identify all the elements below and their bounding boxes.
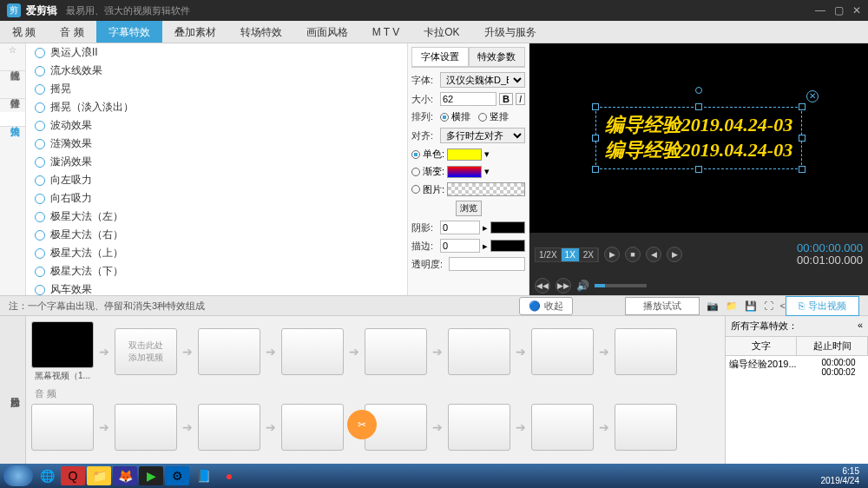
align-select[interactable]: 多行时左对齐 [440, 128, 525, 143]
effect-item[interactable]: 向左吸力 [26, 171, 407, 189]
tab-style[interactable]: 画面风格 [294, 21, 360, 43]
italic-button[interactable]: I [516, 93, 525, 105]
empty-audio-slot[interactable] [531, 404, 594, 451]
tab-upgrade[interactable]: 升级与服务 [472, 21, 549, 43]
prop-tab-fx[interactable]: 特效参数 [469, 47, 526, 67]
effect-item[interactable]: 涟漪效果 [26, 135, 407, 153]
empty-audio-slot[interactable] [198, 404, 260, 451]
effect-item[interactable]: 风车效果 [26, 280, 407, 295]
shadow-input[interactable] [440, 221, 480, 234]
empty-clip-slot[interactable] [448, 328, 510, 375]
clip-thumbnail[interactable] [31, 321, 94, 368]
empty-clip-slot[interactable] [281, 328, 344, 375]
empty-audio-slot[interactable] [115, 404, 177, 451]
export-button[interactable]: ⎘导出视频 [786, 296, 859, 316]
resize-handle[interactable] [695, 166, 702, 173]
arrange-h-radio[interactable] [440, 113, 449, 122]
start-button[interactable] [3, 465, 33, 486]
font-select[interactable]: 汉仪尖魏体D_B [440, 72, 525, 88]
speed-half[interactable]: 1/2X [536, 248, 562, 261]
ffwd-button[interactable]: ▶▶ [556, 278, 571, 293]
effect-item[interactable]: 波动效果 [26, 116, 407, 135]
resize-handle[interactable] [799, 135, 806, 142]
rotate-handle[interactable] [695, 87, 702, 94]
stop-button[interactable]: ■ [625, 247, 641, 262]
save-icon[interactable]: 💾 [745, 300, 757, 312]
color-solid-radio[interactable] [411, 150, 420, 159]
system-tray[interactable]: 6:152019/4/24 [821, 466, 865, 485]
volume-icon[interactable]: 🔊 [576, 280, 589, 292]
taskbar-ie-icon[interactable]: 🌐 [35, 466, 59, 485]
side-tab-appear[interactable]: 出现特效 [0, 56, 25, 71]
close-button[interactable]: ✕ [852, 4, 861, 16]
taskbar-firefox-icon[interactable]: 🦊 [113, 466, 137, 485]
empty-audio-slot[interactable] [31, 404, 94, 451]
gradient-swatch[interactable] [447, 166, 482, 178]
browse-button[interactable]: 浏览 [456, 201, 482, 216]
empty-audio-slot[interactable] [448, 404, 510, 451]
opacity-input[interactable] [449, 257, 525, 271]
preview-canvas[interactable]: ✕ 编导经验2019.04.24-03 编导经验2019.04.24-03 [529, 43, 868, 233]
col-time[interactable]: 起止时间 [797, 337, 868, 355]
taskbar-app-icon[interactable]: Q [61, 466, 85, 485]
collapse-icon[interactable]: « [858, 320, 863, 333]
col-text[interactable]: 文字 [726, 337, 797, 355]
text-bounding-box[interactable]: ✕ 编导经验2019.04.24-03 编导经验2019.04.24-03 [595, 107, 802, 168]
size-input[interactable] [440, 92, 496, 106]
taskbar-app-icon[interactable]: ⚙ [165, 466, 189, 485]
tab-audio[interactable]: 音 频 [48, 21, 95, 43]
effect-item[interactable]: 奥运人浪II [26, 43, 407, 62]
snapshot-icon[interactable]: 📷 [707, 300, 719, 312]
effect-item[interactable]: 极星大法（下） [26, 262, 407, 280]
effect-item[interactable]: 极星大法（上） [26, 244, 407, 262]
maximize-button[interactable]: ▢ [834, 4, 844, 16]
arrange-v-radio[interactable] [478, 113, 487, 122]
subtitle-row[interactable]: 编导经验2019... 00:00:0000:00:02 [726, 356, 868, 379]
speed-2x[interactable]: 2X [580, 248, 598, 261]
tab-transition[interactable]: 转场特效 [228, 21, 294, 43]
tab-video[interactable]: 视 频 [0, 21, 48, 43]
resize-handle[interactable] [592, 103, 599, 110]
empty-clip-slot[interactable] [531, 328, 594, 375]
dropdown-icon[interactable]: ▾ [484, 166, 490, 177]
collapse-button[interactable]: 🔵收起 [519, 297, 573, 315]
effect-item[interactable]: 极星大法（左） [26, 208, 407, 226]
taskbar-record-icon[interactable]: ● [217, 466, 241, 485]
effect-list[interactable]: 奥运人浪II 流水线效果 摇晃 摇晃（淡入淡出） 波动效果 涟漪效果 漩涡效果 … [26, 43, 408, 295]
color-image-radio[interactable] [411, 185, 420, 194]
empty-clip-slot[interactable] [615, 328, 677, 375]
taskbar-app-icon[interactable]: ▶ [139, 466, 163, 485]
play-button[interactable]: ▶ [604, 247, 620, 262]
prev-frame-button[interactable]: ◀ [646, 247, 661, 262]
dropdown-icon[interactable]: ▸ [483, 222, 488, 234]
tab-mtv[interactable]: M T V [360, 21, 412, 43]
play-preview-button[interactable]: 播放试试 [625, 297, 700, 315]
taskbar-app-icon[interactable]: 📁 [87, 466, 111, 485]
side-tab-disappear[interactable]: 消失特效 [0, 112, 25, 127]
effect-item[interactable]: 漩涡效果 [26, 153, 407, 171]
minimize-button[interactable]: — [815, 4, 825, 16]
cut-button[interactable]: ✂ [347, 410, 377, 439]
effect-item[interactable]: 流水线效果 [26, 62, 407, 80]
side-tab-stay[interactable]: 停留特效 [0, 84, 25, 99]
empty-audio-slot[interactable] [615, 404, 677, 451]
empty-clip-slot[interactable] [365, 328, 427, 375]
rewind-button[interactable]: ◀◀ [535, 278, 550, 293]
stroke-input[interactable] [440, 239, 480, 253]
resize-handle[interactable] [799, 166, 806, 173]
delete-text-button[interactable]: ✕ [806, 90, 819, 102]
fullscreen-icon[interactable]: ⛶ [764, 300, 773, 311]
next-frame-button[interactable]: ▶ [667, 247, 682, 262]
effect-item[interactable]: 向右吸力 [26, 189, 407, 208]
bold-button[interactable]: B [499, 93, 513, 105]
add-clip-slot[interactable]: 双击此处添加视频 [115, 328, 177, 375]
solid-color-swatch[interactable] [447, 148, 482, 161]
effect-item[interactable]: 摇晃（淡入淡出） [26, 98, 407, 116]
dropdown-icon[interactable]: ▾ [484, 148, 490, 160]
resize-handle[interactable] [695, 103, 702, 110]
stroke-color[interactable] [490, 240, 525, 252]
effect-item[interactable]: 摇晃 [26, 80, 407, 98]
shadow-color[interactable] [490, 221, 525, 234]
tab-subtitle-fx[interactable]: 字幕特效 [96, 21, 162, 43]
taskbar-app-icon[interactable]: 📘 [191, 466, 215, 485]
